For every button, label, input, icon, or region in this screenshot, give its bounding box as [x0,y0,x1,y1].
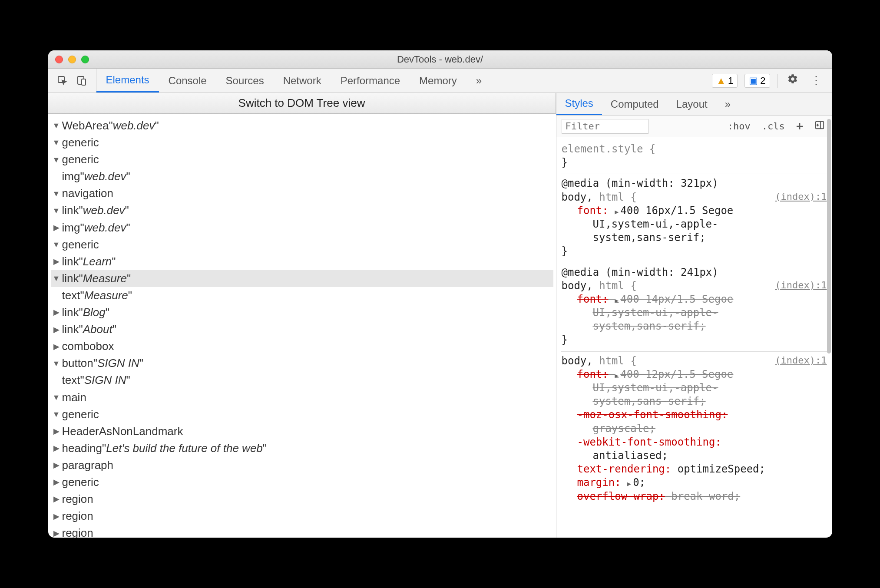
tree-row[interactable]: ▶link "Blog" [51,304,553,321]
tree-row[interactable]: ▼navigation [51,185,553,202]
chevron-down-icon[interactable]: ▼ [51,120,62,131]
tree-row[interactable]: ▶link "Learn" [51,253,553,270]
tree-row[interactable]: ▼WebArea "web.dev" [51,117,553,134]
chevron-right-icon[interactable]: ▶ [51,494,62,504]
hov-toggle[interactable]: :hov [725,121,753,132]
tree-row[interactable]: ▶HeaderAsNonLandmark [51,423,553,440]
chevron-down-icon[interactable]: ▼ [51,392,62,403]
expand-shorthand-icon[interactable]: ▶ [615,372,620,380]
css-property: font: [577,205,609,217]
device-toolbar-icon[interactable] [76,75,87,86]
tree-node-name: SIGN IN [84,373,126,388]
css-property: margin: [577,476,621,489]
tree-row[interactable]: ▼generic [51,151,553,168]
tab-memory[interactable]: Memory [410,69,466,92]
new-style-rule-button[interactable]: + [794,119,806,133]
tree-row[interactable]: ▶link "About" [51,321,553,338]
styles-rules-body[interactable]: element.style { } @media (min-width: 321… [556,137,832,538]
chevron-right-icon[interactable]: ▶ [51,443,62,453]
chevron-right-icon[interactable]: ▶ [51,477,62,487]
tree-row[interactable]: ▶generic [51,474,553,491]
styles-tab-layout[interactable]: Layout [668,93,716,115]
chevron-down-icon[interactable]: ▼ [51,409,62,420]
tree-row[interactable]: ▼generic [51,134,553,151]
rule-source-link[interactable]: (index):1 [775,191,827,203]
titlebar: DevTools - web.dev/ [48,50,832,69]
tree-row[interactable]: ▶combobox [51,338,553,355]
rule-source-link[interactable]: (index):1 [775,279,827,292]
chevron-down-icon[interactable]: ▼ [51,205,62,216]
css-value: 400 16px/1.5 Segoe [620,205,733,217]
tab-elements[interactable]: Elements [96,69,159,92]
chevron-right-icon[interactable]: ▶ [51,222,62,233]
chevron-right-icon[interactable]: ▶ [51,324,62,335]
cls-toggle[interactable]: .cls [759,121,787,132]
styles-tabs-overflow[interactable]: » [716,93,739,115]
settings-gear-icon[interactable] [784,73,801,88]
more-options-icon[interactable]: ⋮ [808,74,824,87]
tree-row[interactable]: text "SIGN IN" [51,372,553,389]
tree-row[interactable]: ▶img "web.dev" [51,219,553,236]
tab-sources[interactable]: Sources [216,69,274,92]
chevron-down-icon[interactable]: ▼ [51,239,62,250]
styles-tab-styles[interactable]: Styles [556,93,602,115]
tabs-overflow[interactable]: » [466,69,491,92]
tree-node-role: generic [62,135,99,150]
rule-media: @media (min-width: 321px) [562,177,718,189]
tree-row[interactable]: text "Measure" [51,287,553,304]
tree-row[interactable]: ▶region [51,525,553,538]
expand-shorthand-icon[interactable]: ▶ [615,208,620,216]
messages-badge[interactable]: ▣ 2 [744,74,770,88]
chevron-right-icon[interactable]: ▶ [51,256,62,267]
tree-row[interactable]: ▼link "web.dev" [51,202,553,219]
tree-row[interactable]: ▼main [51,389,553,406]
tree-row[interactable]: ▶paragraph [51,457,553,474]
tree-row[interactable]: ▼button "SIGN IN" [51,355,553,372]
tab-console[interactable]: Console [159,69,216,92]
expand-shorthand-icon[interactable]: ▶ [627,480,633,488]
rule-selector-body: body, [562,191,599,203]
rule-media-321[interactable]: @media (min-width: 321px) body, html { (… [561,174,828,263]
rule-element-style[interactable]: element.style { } [561,140,828,174]
sidebar-toggle-icon[interactable] [812,120,827,132]
css-value: grayscale; [593,423,656,435]
chevron-right-icon[interactable]: ▶ [51,511,62,522]
tree-node-name: Learn [83,254,112,269]
css-value: optimizeSpeed; [678,463,765,475]
chevron-down-icon[interactable]: ▼ [51,137,62,148]
inspect-element-icon[interactable] [57,75,68,86]
tree-row[interactable]: ▶region [51,508,553,525]
chevron-down-icon[interactable]: ▼ [51,273,62,284]
tree-node-role: heading [62,441,103,456]
styles-filter-input[interactable] [562,119,648,134]
tab-performance[interactable]: Performance [331,69,410,92]
expand-shorthand-icon[interactable]: ▶ [615,297,620,304]
chevron-right-icon[interactable]: ▶ [51,341,62,352]
rule-media-241[interactable]: @media (min-width: 241px) body, html { (… [561,263,828,352]
tree-row[interactable]: ▼generic [51,406,553,423]
scrollbar-thumb[interactable] [827,119,831,353]
accessibility-tree[interactable]: ▼WebArea "web.dev"▼generic▼genericimg "w… [48,114,556,538]
rule-source-link[interactable]: (index):1 [775,354,827,367]
tab-network[interactable]: Network [274,69,331,92]
chevron-right-icon[interactable]: ▶ [51,307,62,317]
tree-node-role: generic [62,152,99,167]
tree-row[interactable]: ▼generic [51,236,553,253]
rule-body-html[interactable]: body, html { (index):1 font: ▶400 12px/1… [561,352,828,508]
chevron-down-icon[interactable]: ▼ [51,188,62,199]
tree-row[interactable]: ▶heading "Let's build the future of the … [51,440,553,457]
css-value: antialiased; [593,449,668,462]
chevron-right-icon[interactable]: ▶ [51,528,62,538]
tree-row[interactable]: ▼link "Measure" [51,270,553,287]
warnings-badge[interactable]: ▲ 1 [712,74,738,88]
chevron-right-icon[interactable]: ▶ [51,426,62,436]
switch-tree-view-button[interactable]: Switch to DOM Tree view [48,93,556,114]
tree-row[interactable]: ▶region [51,491,553,508]
css-property: overflow-wrap: [577,490,665,502]
styles-tab-computed[interactable]: Computed [602,93,668,115]
chevron-down-icon[interactable]: ▼ [51,358,62,369]
tree-node-name: About [83,322,112,337]
chevron-down-icon[interactable]: ▼ [51,155,62,165]
tree-row[interactable]: img "web.dev" [51,168,553,185]
chevron-right-icon[interactable]: ▶ [51,460,62,470]
